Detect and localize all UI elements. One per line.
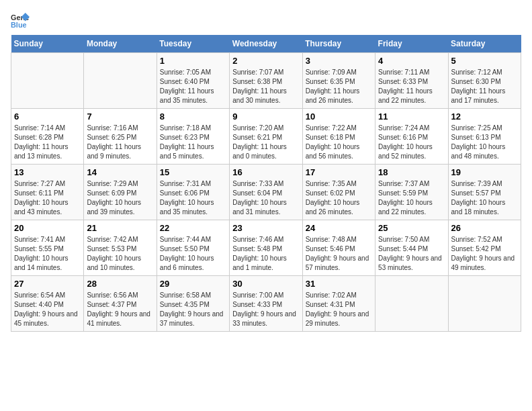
day-number: 13 (14, 167, 81, 177)
calendar-cell: 7Sunrise: 7:16 AMSunset: 6:25 PMDaylight… (84, 109, 157, 165)
calendar-cell: 5Sunrise: 7:12 AMSunset: 6:30 PMDaylight… (448, 53, 521, 109)
day-info: Sunrise: 7:44 AMSunset: 5:50 PMDaylight:… (160, 235, 226, 273)
day-number: 21 (87, 223, 153, 233)
calendar-cell: 30Sunrise: 7:00 AMSunset: 4:33 PMDayligh… (230, 276, 302, 332)
calendar-cell: 23Sunrise: 7:46 AMSunset: 5:48 PMDayligh… (230, 220, 302, 276)
calendar-cell: 13Sunrise: 7:27 AMSunset: 6:11 PMDayligh… (11, 165, 84, 220)
calendar-cell: 28Sunrise: 6:56 AMSunset: 4:37 PMDayligh… (84, 276, 157, 332)
calendar-cell: 26Sunrise: 7:52 AMSunset: 5:42 PMDayligh… (448, 220, 521, 276)
day-number: 12 (451, 111, 518, 122)
day-number: 2 (232, 56, 299, 66)
day-number: 28 (87, 279, 153, 289)
day-info: Sunrise: 6:58 AMSunset: 4:35 PMDaylight:… (160, 291, 226, 328)
day-info: Sunrise: 7:16 AMSunset: 6:25 PMDaylight:… (87, 124, 153, 161)
day-info: Sunrise: 7:07 AMSunset: 6:38 PMDaylight:… (232, 68, 299, 105)
calendar-cell: 4Sunrise: 7:11 AMSunset: 6:33 PMDaylight… (375, 53, 448, 109)
calendar-cell: 9Sunrise: 7:20 AMSunset: 6:21 PMDaylight… (230, 109, 302, 165)
day-info: Sunrise: 7:31 AMSunset: 6:06 PMDaylight:… (160, 179, 226, 217)
day-info: Sunrise: 7:35 AMSunset: 6:02 PMDaylight:… (306, 179, 372, 217)
logo: General Blue (11, 11, 32, 30)
day-number: 15 (160, 167, 226, 177)
day-info: Sunrise: 7:24 AMSunset: 6:16 PMDaylight:… (378, 124, 445, 161)
calendar-cell: 21Sunrise: 7:42 AMSunset: 5:53 PMDayligh… (84, 220, 157, 276)
day-info: Sunrise: 7:25 AMSunset: 6:13 PMDaylight:… (451, 124, 518, 161)
calendar-cell: 31Sunrise: 7:02 AMSunset: 4:31 PMDayligh… (302, 276, 375, 332)
calendar-cell: 19Sunrise: 7:39 AMSunset: 5:57 PMDayligh… (448, 165, 521, 220)
day-info: Sunrise: 7:05 AMSunset: 6:40 PMDaylight:… (160, 68, 226, 105)
day-number: 11 (378, 111, 445, 122)
day-number: 29 (160, 279, 226, 289)
day-number: 30 (232, 279, 299, 289)
svg-text:Blue: Blue (11, 21, 27, 29)
day-info: Sunrise: 7:46 AMSunset: 5:48 PMDaylight:… (232, 235, 299, 273)
day-info: Sunrise: 7:48 AMSunset: 5:46 PMDaylight:… (306, 235, 372, 273)
calendar-cell: 1Sunrise: 7:05 AMSunset: 6:40 PMDaylight… (157, 53, 229, 109)
day-number: 10 (306, 111, 372, 122)
day-info: Sunrise: 7:39 AMSunset: 5:57 PMDaylight:… (451, 179, 518, 217)
calendar-cell (84, 53, 157, 109)
calendar-cell: 25Sunrise: 7:50 AMSunset: 5:44 PMDayligh… (375, 220, 448, 276)
logo-icon: General Blue (11, 11, 30, 30)
day-info: Sunrise: 7:41 AMSunset: 5:55 PMDaylight:… (14, 235, 81, 273)
day-info: Sunrise: 6:54 AMSunset: 4:40 PMDaylight:… (14, 291, 81, 328)
calendar-cell: 22Sunrise: 7:44 AMSunset: 5:50 PMDayligh… (157, 220, 229, 276)
day-info: Sunrise: 7:09 AMSunset: 6:35 PMDaylight:… (306, 68, 372, 105)
calendar-cell: 8Sunrise: 7:18 AMSunset: 6:23 PMDaylight… (157, 109, 229, 165)
day-number: 20 (14, 223, 81, 233)
calendar-cell: 14Sunrise: 7:29 AMSunset: 6:09 PMDayligh… (84, 165, 157, 220)
day-number: 9 (232, 111, 299, 122)
day-info: Sunrise: 7:50 AMSunset: 5:44 PMDaylight:… (378, 235, 445, 273)
day-number: 19 (451, 167, 518, 177)
day-number: 1 (160, 56, 226, 66)
day-number: 16 (232, 167, 299, 177)
day-number: 31 (306, 279, 372, 289)
header-wednesday: Wednesday (230, 35, 302, 53)
calendar-cell: 11Sunrise: 7:24 AMSunset: 6:16 PMDayligh… (375, 109, 448, 165)
day-info: Sunrise: 7:37 AMSunset: 5:59 PMDaylight:… (378, 179, 445, 217)
day-number: 5 (451, 56, 518, 66)
calendar-cell: 27Sunrise: 6:54 AMSunset: 4:40 PMDayligh… (11, 276, 84, 332)
calendar-cell: 17Sunrise: 7:35 AMSunset: 6:02 PMDayligh… (302, 165, 375, 220)
day-info: Sunrise: 7:11 AMSunset: 6:33 PMDaylight:… (378, 68, 445, 105)
day-info: Sunrise: 7:20 AMSunset: 6:21 PMDaylight:… (232, 124, 299, 161)
day-info: Sunrise: 7:00 AMSunset: 4:33 PMDaylight:… (232, 291, 299, 328)
day-info: Sunrise: 7:14 AMSunset: 6:28 PMDaylight:… (14, 124, 81, 161)
calendar-week-3: 13Sunrise: 7:27 AMSunset: 6:11 PMDayligh… (11, 165, 521, 220)
header-monday: Monday (84, 35, 157, 53)
header-friday: Friday (375, 35, 448, 53)
calendar-cell: 3Sunrise: 7:09 AMSunset: 6:35 PMDaylight… (302, 53, 375, 109)
day-number: 25 (378, 223, 445, 233)
day-info: Sunrise: 7:27 AMSunset: 6:11 PMDaylight:… (14, 179, 81, 217)
day-info: Sunrise: 7:12 AMSunset: 6:30 PMDaylight:… (451, 68, 518, 105)
calendar-week-1: 1Sunrise: 7:05 AMSunset: 6:40 PMDaylight… (11, 53, 521, 109)
calendar-cell: 29Sunrise: 6:58 AMSunset: 4:35 PMDayligh… (157, 276, 229, 332)
day-info: Sunrise: 7:52 AMSunset: 5:42 PMDaylight:… (451, 235, 518, 273)
calendar-cell: 15Sunrise: 7:31 AMSunset: 6:06 PMDayligh… (157, 165, 229, 220)
day-number: 6 (14, 111, 81, 122)
day-info: Sunrise: 7:22 AMSunset: 6:18 PMDaylight:… (306, 124, 372, 161)
calendar-cell (448, 276, 521, 332)
day-info: Sunrise: 7:33 AMSunset: 6:04 PMDaylight:… (232, 179, 299, 217)
day-number: 3 (306, 56, 372, 66)
calendar-week-2: 6Sunrise: 7:14 AMSunset: 6:28 PMDaylight… (11, 109, 521, 165)
day-number: 18 (378, 167, 445, 177)
calendar-cell: 6Sunrise: 7:14 AMSunset: 6:28 PMDaylight… (11, 109, 84, 165)
header-tuesday: Tuesday (157, 35, 229, 53)
day-info: Sunrise: 7:29 AMSunset: 6:09 PMDaylight:… (87, 179, 153, 217)
day-info: Sunrise: 7:18 AMSunset: 6:23 PMDaylight:… (160, 124, 226, 161)
day-number: 14 (87, 167, 153, 177)
calendar-cell: 24Sunrise: 7:48 AMSunset: 5:46 PMDayligh… (302, 220, 375, 276)
day-number: 27 (14, 279, 81, 289)
day-number: 26 (451, 223, 518, 233)
calendar-week-5: 27Sunrise: 6:54 AMSunset: 4:40 PMDayligh… (11, 276, 521, 332)
day-number: 17 (306, 167, 372, 177)
calendar-cell (375, 276, 448, 332)
calendar-header-row: SundayMondayTuesdayWednesdayThursdayFrid… (11, 35, 521, 53)
calendar-cell: 16Sunrise: 7:33 AMSunset: 6:04 PMDayligh… (230, 165, 302, 220)
calendar-cell (11, 53, 84, 109)
day-number: 4 (378, 56, 445, 66)
calendar-cell: 10Sunrise: 7:22 AMSunset: 6:18 PMDayligh… (302, 109, 375, 165)
calendar-cell: 12Sunrise: 7:25 AMSunset: 6:13 PMDayligh… (448, 109, 521, 165)
day-number: 8 (160, 111, 226, 122)
day-number: 23 (232, 223, 299, 233)
